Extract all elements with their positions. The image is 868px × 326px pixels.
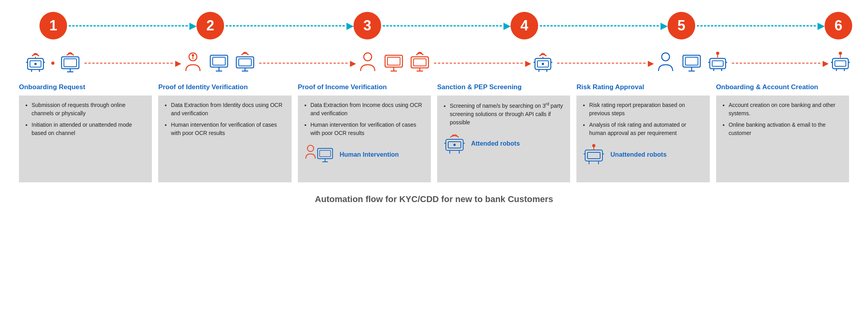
step-3-title: Proof of Income Verification	[298, 83, 431, 92]
step-1-bullet-2: Initiation in attended or unattended mod…	[32, 121, 146, 137]
svg-point-23	[364, 53, 372, 61]
step-5-bullet-1: Risk rating report preparation based on …	[589, 101, 704, 118]
wifi-monitor-icon-1	[58, 51, 82, 75]
svg-rect-48	[712, 61, 723, 66]
step-5-card: Risk rating report preparation based on …	[576, 96, 709, 182]
unattended-robots-label-inline: Unattended robots	[610, 150, 666, 159]
icon-arrow-1-2: ▶	[82, 58, 181, 68]
step-2-card: Data Extraction from Identity docs using…	[158, 96, 291, 182]
arrow-5-6: ▶	[695, 21, 825, 30]
step-3-block: Proof of Income Verification Data Extrac…	[295, 83, 434, 182]
wifi-monitor-icon-3	[408, 51, 432, 75]
step-4-card: Screening of name/s by searching on 3rd …	[437, 96, 570, 182]
step-1-card: Submission of requests through online ch…	[19, 96, 152, 182]
attended-robots-label-inline: Attended robots	[471, 139, 520, 148]
monitor-icon-3	[382, 51, 406, 75]
step-1-circle: 1	[39, 12, 67, 39]
svg-rect-16	[213, 57, 225, 65]
svg-rect-63	[320, 150, 331, 157]
icon-arrow-4-5: ▶	[555, 58, 654, 68]
step-3-card: Data Extraction from Income docs using O…	[298, 96, 431, 182]
arrow-1-2: ▶	[67, 21, 196, 30]
svg-point-8	[51, 62, 54, 65]
connector-dot-1	[50, 60, 56, 66]
step-4-block: Sanction & PEP Screening Screening of na…	[434, 83, 573, 182]
svg-point-73	[592, 144, 595, 147]
step-4-title: Sanction & PEP Screening	[437, 83, 570, 92]
step-2-bullet-2: Human intervention for verification of c…	[171, 121, 286, 137]
step-3-icons	[356, 51, 432, 75]
svg-point-14	[192, 54, 194, 56]
pin-robot-icon-6	[829, 51, 852, 75]
svg-rect-29	[413, 59, 426, 66]
arrow-2-3: ▶	[224, 21, 354, 30]
icon-arrow-3-4: ▶	[432, 58, 531, 68]
step-5-circle: 5	[668, 12, 695, 39]
attended-robot-icon-4	[531, 51, 555, 75]
attended-robot-icon-1	[24, 51, 47, 75]
person-icon-3	[356, 51, 380, 75]
step-1-icons	[24, 51, 82, 75]
unattended-robot-icon-inline	[582, 144, 606, 165]
step-3-bullet-1: Data Extraction from Income docs using O…	[311, 101, 425, 118]
svg-point-61	[307, 145, 314, 152]
step-6-block: Onboarding & Account Creation Account cr…	[713, 83, 852, 182]
human-intervention-label-inline: Human Intervention	[340, 150, 399, 159]
step-2-bullet-1: Data Extraction from Identity docs using…	[171, 101, 286, 118]
step-5-icons	[654, 51, 730, 75]
human-intervention-icon-inline	[303, 144, 335, 165]
monitor-icon-5	[680, 51, 703, 75]
footer-title: Automation flow for KYC/CDD for new to b…	[16, 194, 852, 204]
icon-arrow-2-3: ▶	[257, 58, 356, 68]
svg-rect-76	[587, 152, 600, 159]
step-6-icons	[829, 51, 852, 75]
step-2-title: Proof of Identity Verification	[158, 83, 291, 92]
step-6-bullet-2: Online banking activation & email to the…	[729, 121, 844, 137]
step-2-block: Proof of Identity Verification Data Extr…	[155, 83, 294, 182]
step-5-bullet-2: Analysis of risk rating and automated or…	[589, 121, 704, 137]
step-5-block: Risk Rating Approval Risk rating report …	[573, 83, 713, 182]
arrow-3-4: ▶	[381, 21, 511, 30]
svg-rect-25	[387, 57, 400, 65]
step-numbers-row: 1 ▶ 2 ▶ 3 ▶ 4 ▶ 5	[16, 12, 852, 39]
svg-point-34	[542, 63, 544, 65]
arrow-4-5: ▶	[538, 21, 668, 30]
step-2-circle: 2	[196, 12, 224, 39]
step-4-circle: 4	[511, 12, 538, 39]
svg-rect-20	[239, 59, 251, 66]
person-icon-2	[181, 51, 205, 75]
svg-point-45	[716, 52, 719, 55]
svg-rect-42	[685, 57, 698, 65]
step-3-circle: 3	[354, 12, 381, 39]
step-2-icons	[181, 51, 257, 75]
step-1-block: Onboarding Request Submission of request…	[16, 83, 155, 182]
step-6-circle: 6	[825, 12, 852, 39]
step-6-title: Onboarding & Account Creation	[716, 83, 849, 92]
attended-robot-icon-inline	[443, 133, 466, 155]
icons-row: ▶	[16, 51, 852, 75]
step-1-bullet-1: Submission of requests through online ch…	[32, 101, 146, 118]
svg-point-40	[662, 53, 670, 61]
step-6-bullet-1: Account creation on core banking and oth…	[729, 101, 844, 118]
svg-point-53	[839, 52, 842, 55]
step-4-bullet-1: Screening of name/s by searching on 3rd …	[450, 101, 565, 127]
steps-content-row: Onboarding Request Submission of request…	[16, 83, 852, 182]
icon-arrow-5-6: ▶	[730, 58, 829, 68]
person-icon-5	[654, 51, 677, 75]
step-6-card: Account creation on core banking and oth…	[716, 96, 849, 182]
main-container: 1 ▶ 2 ▶ 3 ▶ 4 ▶ 5	[0, 0, 868, 212]
monitor-icon-2	[207, 51, 231, 75]
step-5-title: Risk Rating Approval	[576, 83, 709, 92]
step-1-title: Onboarding Request	[19, 83, 152, 92]
step-4-icons	[531, 51, 555, 75]
svg-point-68	[453, 144, 456, 146]
svg-point-2	[34, 63, 37, 65]
svg-rect-10	[64, 59, 77, 67]
step-3-bullet-2: Human intervention for verification of c…	[311, 121, 425, 137]
wifi-monitor-icon-2	[233, 51, 257, 75]
svg-rect-56	[835, 61, 846, 66]
pin-robot-icon-5	[706, 51, 730, 75]
